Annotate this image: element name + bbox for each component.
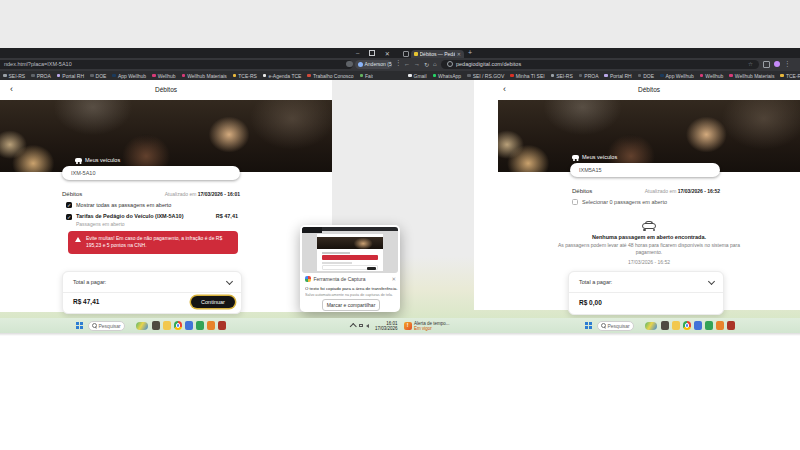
chevron-down-icon[interactable] [226, 277, 233, 284]
nav-buttons: ← → ↻ ⌂ [404, 59, 437, 70]
close-icon[interactable]: ✕ [385, 50, 390, 57]
windows-start-icon[interactable] [76, 322, 84, 330]
teams-app-icon[interactable] [694, 321, 703, 330]
minimize-icon[interactable]: – [356, 50, 359, 56]
bookmark-label: App Wellhub [118, 73, 146, 79]
total-row[interactable]: Total a pagar: [73, 279, 232, 285]
forward-nav-icon[interactable]: → [414, 61, 420, 67]
site-info-icon[interactable] [447, 61, 453, 67]
tray-clock[interactable]: 16:01 17/03/2026 [375, 321, 398, 331]
bookmark-favicon [467, 74, 471, 78]
taskbar-search[interactable]: Pesquisar [597, 321, 634, 331]
bookmark-item[interactable]: Trabalho Conosco [307, 73, 353, 79]
continue-button[interactable]: Continuar [191, 296, 235, 308]
chevron-down-icon[interactable] [708, 277, 715, 284]
bookmark-item[interactable]: TCE-RS [233, 73, 257, 79]
windows-start-icon[interactable] [585, 322, 593, 330]
explorer-app-icon[interactable] [661, 321, 670, 330]
extension-icon[interactable] [346, 61, 353, 68]
bookmark-item[interactable]: App Wellhub [112, 73, 146, 79]
plate-input[interactable]: IXM-5A10 [62, 166, 240, 180]
bookmark-item[interactable]: SEI-RS [3, 73, 25, 79]
checkbox-checked-icon[interactable]: ✓ [66, 214, 72, 220]
media-app-icon[interactable] [727, 321, 736, 330]
media-app-icon[interactable] [218, 321, 227, 330]
chrome-app-icon[interactable] [174, 321, 183, 330]
plate-input[interactable]: IXM5A15 [570, 163, 720, 177]
bookmark-item[interactable]: PROA [579, 73, 599, 79]
total-row[interactable]: Total a pagar: [579, 279, 714, 285]
profile-chip[interactable]: Anderson (5) [355, 60, 392, 69]
bookmark-item[interactable]: App Wellhub [660, 73, 694, 79]
bookmark-item[interactable]: Portal RH [57, 73, 84, 79]
copilot-icon[interactable] [645, 322, 657, 330]
taskbar-search[interactable]: Pesquisar [88, 321, 125, 331]
bookmark-item[interactable]: e-Agenda TCE [263, 73, 301, 79]
snip-notification-window[interactable]: Ferramenta de Captura ✕ O texto foi copi… [300, 225, 400, 312]
tab-close-icon[interactable]: ✕ [457, 51, 461, 57]
checkbox-checked-icon[interactable]: ✓ [66, 202, 72, 208]
bookmark-label: PROA [584, 73, 598, 79]
folder-app-icon[interactable] [672, 321, 681, 330]
bookmark-label: DOE [96, 73, 107, 79]
page-title: Débitos [0, 86, 332, 93]
snip-thumbnail[interactable] [302, 227, 398, 273]
screenshot-gap [474, 80, 498, 310]
address-bar-left[interactable]: ndex.html?placa=IXM-5A10 [0, 60, 353, 70]
bookmark-item[interactable]: Faixas e Materiais [360, 73, 373, 79]
bookmark-item[interactable]: Wellhub [700, 73, 723, 79]
bookmark-item[interactable]: DOE [90, 73, 106, 79]
share-button[interactable]: Marcar e compartilhar [322, 299, 380, 311]
bookmark-star-icon[interactable]: ☆ [748, 61, 753, 67]
folder-app-icon[interactable] [163, 321, 172, 330]
snip-app-name: Ferramenta de Captura [314, 276, 389, 282]
search-icon [601, 323, 606, 328]
bookmark-item[interactable]: Portal RH [604, 73, 631, 79]
system-tray: 16:01 17/03/2026 Alerta de tempo... Em v… [351, 320, 450, 332]
bookmark-item[interactable]: Wellhub [152, 73, 175, 79]
item-subtitle: Passagens em aberto [76, 221, 183, 227]
bookmark-item[interactable]: SEI / RS.GOV [467, 73, 504, 79]
extensions-icon[interactable] [763, 61, 770, 68]
teams-app-icon[interactable] [185, 321, 194, 330]
back-nav-icon[interactable]: ← [404, 61, 410, 67]
explorer-app-icon[interactable] [152, 321, 161, 330]
powerpoint-app-icon[interactable] [716, 321, 725, 330]
select-checkbox-row[interactable]: Selecionar 0 passagens em aberto [572, 199, 667, 205]
show-all-label: Mostrar todas as passagens em aberto [76, 202, 171, 208]
tray-display-icon[interactable] [359, 324, 364, 328]
menu-kebab-icon[interactable]: ⋮ [395, 59, 402, 67]
home-icon[interactable]: ⌂ [433, 61, 437, 67]
vehicles-label-text: Meus veículos [85, 157, 120, 163]
bookmark-item[interactable]: Wellhub Materiais [729, 73, 774, 79]
tray-volume-icon[interactable] [366, 324, 369, 328]
weather-widget[interactable]: Alerta de tempo... Em vigor [404, 321, 450, 331]
bookmark-item[interactable]: Gmail [408, 73, 427, 79]
browser-tab[interactable]: Débitos — Pedágio Digital ✕ [411, 50, 464, 59]
new-tab-icon[interactable]: + [468, 49, 472, 56]
bookmark-item[interactable]: SEI-RS [551, 73, 573, 79]
menu-kebab-icon[interactable]: ⋮ [784, 60, 791, 68]
show-all-checkbox-row[interactable]: ✓ Mostrar todas as passagens em aberto [66, 202, 171, 208]
bookmark-favicon [3, 74, 7, 78]
bookmark-favicon [307, 74, 311, 78]
bookmark-item[interactable]: TCE-RS [780, 73, 800, 79]
chrome-app-icon[interactable] [683, 321, 692, 330]
tab-search-icon[interactable] [403, 51, 409, 57]
profile-avatar[interactable] [774, 61, 780, 67]
powerpoint-app-icon[interactable] [207, 321, 216, 330]
reload-icon[interactable]: ↻ [424, 61, 429, 68]
copilot-icon[interactable] [136, 322, 148, 330]
excel-app-icon[interactable] [196, 321, 205, 330]
bookmark-item[interactable]: DOE [638, 73, 654, 79]
tray-chevron-up-icon[interactable] [350, 323, 356, 329]
bookmark-item[interactable]: PROA [31, 73, 51, 79]
close-icon[interactable]: ✕ [391, 276, 396, 282]
bookmark-item[interactable]: Minha TI SEI [510, 73, 544, 79]
excel-app-icon[interactable] [705, 321, 714, 330]
bookmark-item[interactable]: WhatsApp [433, 73, 462, 79]
maximize-icon[interactable] [369, 50, 375, 56]
address-bar-right[interactable]: pedagiodigital.com/debitos ☆ [441, 60, 759, 70]
bookmark-item[interactable]: Wellhub Materiais [182, 73, 227, 79]
checkbox-unchecked-icon[interactable] [572, 199, 578, 205]
